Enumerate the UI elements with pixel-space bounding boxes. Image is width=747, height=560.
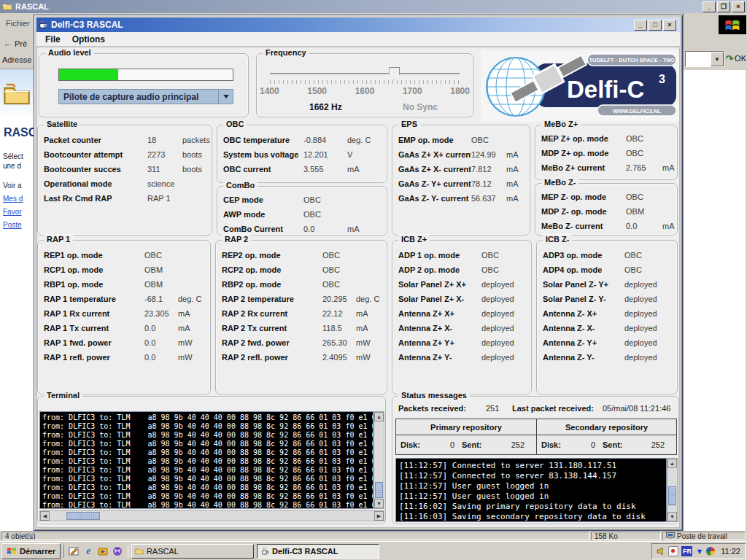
sidebar-folder-name: RASCAL <box>0 120 34 139</box>
task-label: RASCAL <box>147 547 179 556</box>
combo-dropdown-arrow-icon[interactable] <box>218 90 233 104</box>
bg-close-button[interactable]: × <box>732 1 745 12</box>
internet-explorer-icon[interactable]: e <box>83 545 94 556</box>
audio-device-value: Pilote de capture audio principal <box>63 92 198 102</box>
log-line: [11:12:57] User guest logged in <box>399 491 666 502</box>
terminal-line: from: DLFIC3 to: TLM a8 98 9b 40 40 40 0… <box>42 475 373 483</box>
sidebar-link-favoris[interactable]: Favor <box>0 203 34 216</box>
terminal-line: from: DLFIC3 to: TLM a8 98 9b 40 40 40 0… <box>42 466 373 475</box>
network-tray-icon[interactable] <box>706 547 715 556</box>
app-titlebar[interactable]: Delfi-C3 RASCAL _ □ × <box>36 18 680 32</box>
bg-window-titlebar[interactable]: RASCAL _ ❐ × <box>0 0 747 13</box>
terminal-hscroll-thumb[interactable] <box>66 512 100 520</box>
frequency-slider-track[interactable] <box>270 73 460 74</box>
bg-menu-fichier[interactable]: Fichier <box>6 19 30 28</box>
last-packet-value: 05/mai/08 11:21:46 <box>603 404 670 413</box>
group-title: Terminal <box>44 391 82 400</box>
group-title: Satellite <box>44 120 80 128</box>
sidebar-link-poste-de-travail[interactable]: Poste <box>0 216 34 229</box>
bg-minimize-button[interactable]: _ <box>703 1 716 12</box>
status-messages-group: Status messages Packets received: 251 La… <box>392 396 679 524</box>
scroll-up-button[interactable]: ▲ <box>374 412 384 421</box>
group-title: EPS <box>398 120 420 128</box>
scroll-up-button[interactable]: ▲ <box>667 459 677 468</box>
go-arrow-icon: ↷ <box>725 53 733 64</box>
scroll-down-button[interactable]: ▼ <box>667 512 677 521</box>
param-row: MEP Z- op. modeOBC <box>535 190 676 204</box>
frequency-value: 1662 Hz <box>309 102 342 112</box>
statusbar-size: 158 Ko <box>591 532 661 540</box>
scroll-right-button[interactable]: ▶ <box>374 511 384 521</box>
show-desktop-icon[interactable] <box>69 545 80 556</box>
app-maximize-button[interactable]: □ <box>649 20 662 31</box>
rap1-group: RAP 1 REP1 op. modeOBCRCP1 op. modeOBMRB… <box>37 240 211 394</box>
scroll-left-button[interactable]: ◀ <box>40 511 50 521</box>
windows-logo-throbber <box>719 15 746 34</box>
group-title: ICB Z+ <box>398 235 430 244</box>
param-row: Antenna Z+ Y-deployed <box>392 350 530 365</box>
start-button[interactable]: Démarrer <box>1 543 61 559</box>
statusbar-zone-label: Poste de travail <box>677 532 727 540</box>
param-row: Antenna Z- X+deployed <box>537 306 676 321</box>
terminal-vscrollbar[interactable]: ▲ ▼ <box>374 411 384 509</box>
freq-tick-label: 1600 <box>355 86 375 96</box>
app-close-button[interactable]: × <box>663 20 676 31</box>
logo-badge-top: TUDELFT - DUTCH SPACE - TNO <box>589 57 675 63</box>
group-title: MeBo Z- <box>541 178 578 187</box>
recorder-tray-icon[interactable] <box>668 546 678 556</box>
dropdown-arrow-icon[interactable]: ▼ <box>711 52 724 66</box>
statusbar-object-count: 4 objet(s) <box>1 532 589 540</box>
frequency-slider-thumb[interactable] <box>389 67 400 79</box>
disk-value: 0 <box>430 440 462 449</box>
messenger-icon[interactable] <box>112 545 123 556</box>
terminal-output[interactable]: from: DLFIC3 to: TLM a8 98 9b 40 40 40 0… <box>39 411 374 509</box>
audio-device-select[interactable]: Pilote de capture audio principal <box>58 89 233 104</box>
param-row: RBP2 op. modeOBC <box>216 277 385 292</box>
sent-label: Sent: <box>462 440 492 449</box>
menu-options[interactable]: Options <box>66 34 111 44</box>
param-row: REP1 op. modeOBC <box>38 248 209 262</box>
param-row: Operational modescience <box>38 176 210 191</box>
language-indicator[interactable]: FR <box>681 546 692 556</box>
param-row: MEP Z+ op. modeOBC <box>535 131 676 146</box>
taskbar-task-rascal[interactable]: RASCAL <box>131 544 254 559</box>
menu-file[interactable]: File <box>39 34 66 44</box>
terminal-hscrollbar[interactable]: ◀ ▶ <box>39 510 384 521</box>
app-menubar: File Options <box>36 32 680 47</box>
scroll-down-button[interactable]: ▼ <box>374 499 384 508</box>
param-row: Solar Panel Z- Y-deployed <box>537 292 676 306</box>
taskbar-task-delfi-c3-rascal[interactable]: Delfi-C3 RASCAL <box>257 544 379 559</box>
address-dropdown[interactable]: ▼ <box>685 51 724 67</box>
param-row: RAP 2 Tx current118.5mA <box>216 321 385 335</box>
log-vscroll-thumb[interactable] <box>668 486 676 505</box>
bg-window-left-area: Fichier ← Pré Adresse RASCAL Sélect une … <box>0 13 34 531</box>
terminal-line: from: DLFIC3 to: TLM a8 98 9b 40 40 40 0… <box>42 483 373 492</box>
sidebar-link-mes-documents[interactable]: Mes d <box>0 190 34 203</box>
freq-tick-label: 1400 <box>260 86 279 96</box>
log-vscrollbar[interactable]: ▲ ▼ <box>667 458 678 522</box>
back-button[interactable]: ← Pré <box>3 38 27 49</box>
primary-repository-header: Primary repository <box>396 419 536 435</box>
secondary-repository-column: Secondary repository Disk: 0 Sent: 252 <box>536 419 676 454</box>
disk-label: Disk: <box>541 440 570 449</box>
app-minimize-button[interactable]: _ <box>634 20 647 31</box>
terminal-line: from: DLFIC3 to: TLM a8 98 9b 40 40 40 0… <box>42 501 373 509</box>
bg-restore-button[interactable]: ❐ <box>717 1 730 12</box>
packets-received-value: 251 <box>486 404 499 413</box>
param-row: RAP 2 fwd. power265.30mW <box>216 335 385 350</box>
terminal-line: from: DLFIC3 to: TLM a8 98 9b 40 40 40 0… <box>42 422 373 431</box>
disk-label: Disk: <box>400 440 430 449</box>
volume-icon[interactable] <box>657 547 665 556</box>
antivirus-tray-icon[interactable]: ▼ <box>695 547 703 556</box>
status-log[interactable]: [11:12:57] Connected to server 131.180.1… <box>395 458 667 522</box>
frequency-group: Frequency 14001500160017001800 1662 Hz N… <box>256 53 473 117</box>
secondary-repository-row: Disk: 0 Sent: 252 <box>537 435 676 454</box>
group-title: MeBo Z+ <box>541 120 581 128</box>
taskbar-clock[interactable]: 11:22 <box>718 547 740 556</box>
media-player-icon[interactable] <box>98 545 109 556</box>
param-row: RAP 1 temperature-68.1deg. C <box>38 292 209 306</box>
go-button[interactable]: ↷ OK <box>725 51 746 66</box>
log-line: [11:12:57] User guest logged in <box>399 481 666 491</box>
bg-window-title: RASCAL <box>15 2 49 11</box>
terminal-vscroll-thumb[interactable] <box>375 482 383 498</box>
